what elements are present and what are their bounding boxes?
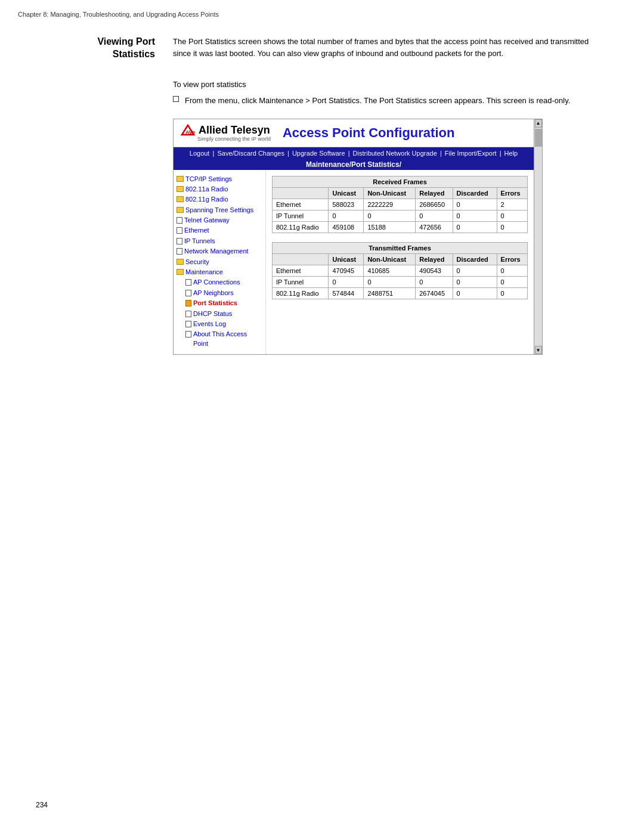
col-non-unicast: Non-Unicast — [364, 187, 416, 199]
cell-relayed: 2674045 — [416, 287, 453, 299]
table-row: IP Tunnel 0 0 0 0 0 — [273, 210, 528, 221]
sidebar-item-ap-connections[interactable]: AP Connections — [185, 278, 262, 287]
table-row: 802.11g Radio 574844 2488751 2674045 0 0 — [273, 287, 528, 299]
sidebar-item-security[interactable]: Security — [177, 258, 262, 267]
nav-upgrade-software[interactable]: Upgrade Software — [292, 150, 345, 157]
cell-errors: 0 — [497, 287, 527, 299]
step-intro: To view port statistics — [173, 80, 608, 89]
doc-icon — [177, 248, 182, 255]
cell-relayed: 490543 — [416, 265, 453, 276]
cell-unicast: 0 — [329, 276, 364, 287]
cell-discarded: 0 — [453, 210, 497, 221]
sidebar-item-about-ap[interactable]: About This Access Point — [185, 330, 262, 348]
sidebar-item-80211g[interactable]: 802.11g Radio — [177, 195, 262, 204]
col-relayed: Relayed — [416, 253, 453, 265]
browser-screenshot: AVe Allied Telesyn Simply connecting the… — [173, 119, 543, 355]
sidebar-item-tcpip[interactable]: TCP/IP Settings — [177, 175, 262, 184]
site-header: AVe Allied Telesyn Simply connecting the… — [174, 119, 534, 147]
row-label: Ethernet — [273, 199, 329, 210]
cell-errors: 0 — [497, 210, 527, 221]
col-discarded: Discarded — [453, 187, 497, 199]
row-label: IP Tunnel — [273, 276, 329, 287]
sidebar-item-maintenance[interactable]: Maintenance — [177, 268, 262, 277]
section-description: The Port Statistics screen shows the tot… — [173, 36, 608, 68]
cell-discarded: 0 — [453, 276, 497, 287]
table-row: 802.11g Radio 459108 15188 472656 0 0 — [273, 221, 528, 233]
cell-unicast: 588023 — [329, 199, 364, 210]
sidebar-item-80211a[interactable]: 802.11a Radio — [177, 185, 262, 194]
sidebar-item-telnet[interactable]: Telnet Gateway — [177, 216, 262, 225]
svg-text:AVe: AVe — [185, 129, 195, 135]
scroll-down-arrow[interactable]: ▼ — [535, 346, 542, 354]
doc-icon — [185, 279, 191, 286]
doc-icon — [185, 321, 191, 327]
page-header: Chapter 8: Managing, Troubleshooting, an… — [0, 0, 644, 18]
col-errors: Errors — [497, 253, 527, 265]
doc-icon — [177, 217, 182, 224]
doc-icon — [177, 227, 182, 234]
cell-non-unicast: 2222229 — [364, 199, 416, 210]
cell-errors: 2 — [497, 199, 527, 210]
nav-distributed[interactable]: Distributed Network Upgrade — [353, 150, 437, 157]
doc-icon — [185, 311, 191, 317]
sidebar-item-spanning-tree[interactable]: Spanning Tree Settings — [177, 206, 262, 215]
doc-active-icon — [185, 300, 191, 306]
sidebar-item-events-log[interactable]: Events Log — [185, 320, 262, 329]
scroll-thumb[interactable] — [535, 129, 542, 147]
row-label: Ethernet — [273, 265, 329, 276]
step-checkbox — [173, 96, 179, 102]
scrollbar[interactable]: ▲ ▼ — [534, 119, 542, 355]
step-text: From the menu, click Maintenance > Port … — [185, 95, 570, 107]
chapter-title: Chapter 8: Managing, Troubleshooting, an… — [18, 11, 219, 18]
logo-area: AVe Allied Telesyn Simply connecting the… — [179, 124, 271, 142]
section-title: Viewing Port Statistics — [36, 36, 155, 61]
doc-icon — [185, 290, 191, 296]
col-unicast: Unicast — [329, 253, 364, 265]
cell-errors: 0 — [497, 221, 527, 233]
step-item-1: From the menu, click Maintenance > Port … — [173, 95, 608, 107]
cell-relayed: 472656 — [416, 221, 453, 233]
doc-icon — [185, 331, 191, 337]
nav-help[interactable]: Help — [504, 150, 518, 157]
transmitted-frames-table: Transmitted Frames Unicast Non-Unicast R… — [272, 242, 528, 299]
folder-icon — [177, 176, 184, 182]
row-label: 802.11g Radio — [273, 287, 329, 299]
cell-discarded: 0 — [453, 221, 497, 233]
logo-icon: AVe — [179, 124, 196, 137]
col-errors: Errors — [497, 187, 527, 199]
col-relayed: Relayed — [416, 187, 453, 199]
nav-file-import[interactable]: File Import/Export — [445, 150, 497, 157]
cell-unicast: 470945 — [329, 265, 364, 276]
cell-errors: 0 — [497, 265, 527, 276]
cell-unicast: 0 — [329, 210, 364, 221]
folder-icon — [177, 269, 184, 275]
cell-relayed: 2686650 — [416, 199, 453, 210]
row-label: IP Tunnel — [273, 210, 329, 221]
cell-non-unicast: 0 — [364, 210, 416, 221]
sidebar-item-ip-tunnels[interactable]: IP Tunnels — [177, 237, 262, 246]
cell-non-unicast: 0 — [364, 276, 416, 287]
breadcrumb-bar: Maintenance/Port Statistics/ — [174, 159, 534, 170]
content-area: Received Frames Unicast Non-Unicast Rela… — [266, 170, 534, 355]
sidebar-item-ap-neighbors[interactable]: AP Neighbors — [185, 289, 262, 298]
sidebar-item-network-mgmt[interactable]: Network Management — [177, 247, 262, 256]
sidebar: TCP/IP Settings 802.11a Radio 802.11g Ra… — [174, 170, 266, 355]
sidebar-item-dhcp-status[interactable]: DHCP Status — [185, 309, 262, 318]
cell-relayed: 0 — [416, 276, 453, 287]
nav-logout[interactable]: Logout — [190, 150, 210, 157]
nav-links: Logout | Save/Discard Changes | Upgrade … — [174, 150, 534, 157]
cell-non-unicast: 2488751 — [364, 287, 416, 299]
nav-save[interactable]: Save/Discard Changes — [217, 150, 284, 157]
folder-icon — [177, 259, 184, 265]
scroll-up-arrow[interactable]: ▲ — [535, 119, 542, 128]
sidebar-item-ethernet[interactable]: Ethernet — [177, 226, 262, 235]
col-unicast: Unicast — [329, 187, 364, 199]
col-label — [273, 187, 329, 199]
logo-name: Allied Telesyn — [199, 124, 270, 137]
cell-non-unicast: 410685 — [364, 265, 416, 276]
col-discarded: Discarded — [453, 253, 497, 265]
transmitted-frames-header: Transmitted Frames — [273, 242, 528, 253]
cell-discarded: 0 — [453, 287, 497, 299]
table-row: Ethernet 588023 2222229 2686650 0 2 — [273, 199, 528, 210]
sidebar-item-port-statistics[interactable]: Port Statistics — [185, 299, 262, 308]
